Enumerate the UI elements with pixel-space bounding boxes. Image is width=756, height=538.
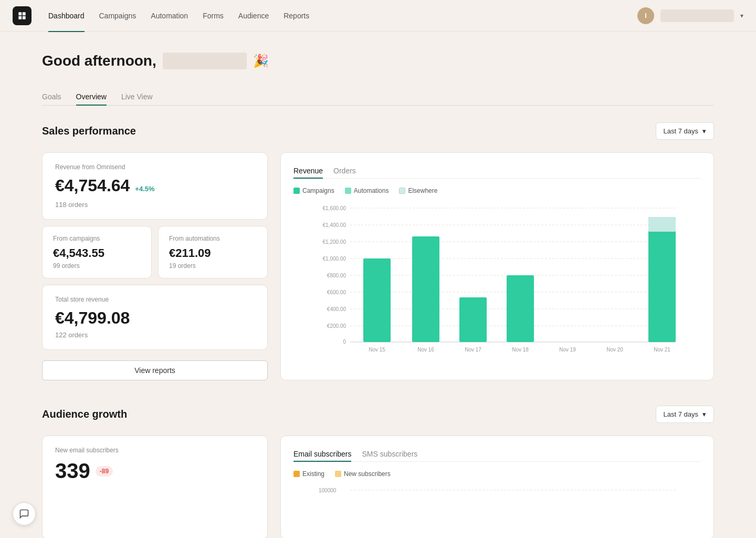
svg-text:€600.00: €600.00 — [327, 289, 346, 295]
tab-overview[interactable]: Overview — [76, 88, 107, 105]
nav-campaigns[interactable]: Campaigns — [99, 9, 136, 22]
chart-tab-orders[interactable]: Orders — [333, 163, 356, 178]
chevron-down-icon: ▾ — [702, 410, 706, 418]
existing-legend-dot — [293, 471, 300, 477]
audience-period-dropdown[interactable]: Last 7 days ▾ — [656, 406, 715, 423]
campaigns-value: €4,543.55 — [53, 246, 141, 260]
legend-new-subscribers: New subscribers — [335, 470, 391, 478]
svg-text:€1,600.00: €1,600.00 — [323, 205, 346, 211]
subscriber-change-badge: -89 — [96, 466, 113, 477]
svg-text:€200.00: €200.00 — [327, 323, 346, 329]
view-reports-button[interactable]: View reports — [42, 360, 268, 380]
nav-forms[interactable]: Forms — [203, 9, 224, 22]
elsewhere-legend-label: Elsewhere — [408, 187, 437, 194]
store-revenue-card: Total store revenue €4,799.08 122 orders — [42, 285, 268, 350]
store-value: €4,799.08 — [55, 308, 255, 328]
chevron-down-icon[interactable]: ▾ — [740, 12, 743, 19]
revenue-change: +4.5% — [135, 185, 154, 193]
audience-chart-svg: 100000 — [293, 486, 701, 528]
automations-card: From automations €211.09 19 orders — [158, 226, 268, 278]
legend-existing: Existing — [293, 470, 324, 478]
bar-nov21 — [648, 217, 676, 342]
svg-text:€800.00: €800.00 — [327, 273, 346, 278]
legend-campaigns: Campaigns — [293, 187, 334, 194]
automations-legend-dot — [345, 188, 351, 194]
revenue-card-label: Revenue from Omnisend — [55, 163, 255, 171]
user-name-placeholder — [660, 9, 734, 22]
revenue-chart-panel: Revenue Orders Campaigns Automations Els… — [280, 152, 714, 380]
main-content: Good afternoon, 🎉 Goals Overview Live Vi… — [0, 32, 756, 538]
chart-tab-sms-subscribers[interactable]: SMS subscribers — [362, 447, 417, 461]
greeting: Good afternoon, 🎉 — [42, 53, 714, 69]
nav-dashboard[interactable]: Dashboard — [48, 9, 85, 22]
chart-legend: Campaigns Automations Elsewhere — [293, 187, 701, 194]
logo[interactable] — [13, 6, 32, 25]
nav-items: Dashboard Campaigns Automation Forms Aud… — [48, 9, 309, 22]
audience-chart-tabs: Email subscribers SMS subscribers — [293, 447, 701, 462]
greeting-emoji: 🎉 — [253, 54, 269, 68]
svg-text:€1,200.00: €1,200.00 — [323, 239, 346, 245]
revenue-card: Revenue from Omnisend €4,754.64 +4.5% 11… — [42, 152, 268, 220]
bar-nov18 — [507, 275, 534, 342]
mini-cards: From campaigns €4,543.55 99 orders From … — [42, 226, 268, 278]
audience-chart-area: 100000 — [293, 486, 701, 528]
chart-tab-email-subscribers[interactable]: Email subscribers — [293, 447, 351, 461]
bar-nov17 — [459, 297, 487, 342]
store-label: Total store revenue — [55, 296, 255, 303]
navbar-right: I ▾ — [637, 7, 743, 24]
subscriber-label: New email subscribers — [55, 447, 255, 454]
subscriber-value-row: 339 -89 — [55, 459, 255, 483]
automations-label: From automations — [169, 235, 257, 242]
nav-reports[interactable]: Reports — [284, 9, 309, 22]
new-subscribers-legend-label: New subscribers — [344, 470, 391, 478]
greeting-text: Good afternoon, — [42, 53, 156, 69]
bar-chart: €1,600.00 €1,400.00 €1,200.00 €1,000.00 … — [293, 203, 701, 360]
svg-text:Nov 21: Nov 21 — [654, 347, 670, 353]
tab-live-view[interactable]: Live View — [121, 88, 153, 105]
automations-value: €211.09 — [169, 246, 257, 260]
svg-text:€1,000.00: €1,000.00 — [323, 256, 346, 262]
subscriber-card: New email subscribers 339 -89 — [42, 436, 268, 538]
svg-text:100000: 100000 — [319, 488, 337, 493]
elsewhere-legend-dot — [399, 188, 405, 194]
chart-tab-revenue[interactable]: Revenue — [293, 163, 323, 178]
store-orders: 122 orders — [55, 331, 255, 339]
legend-automations: Automations — [345, 187, 389, 194]
audience-chart-panel: Email subscribers SMS subscribers Existi… — [280, 436, 714, 538]
audience-grid: New email subscribers 339 -89 Email subs… — [42, 436, 714, 538]
chat-icon — [19, 509, 29, 519]
revenue-value: €4,754.64 — [55, 176, 130, 195]
stats-cards: Revenue from Omnisend €4,754.64 +4.5% 11… — [42, 152, 268, 380]
bar-nov15 — [363, 258, 391, 342]
sales-performance-header: Sales performance Last 7 days ▾ — [42, 122, 714, 140]
campaigns-legend-dot — [293, 188, 300, 194]
legend-elsewhere: Elsewhere — [399, 187, 437, 194]
sales-period-dropdown[interactable]: Last 7 days ▾ — [656, 122, 715, 140]
svg-text:Nov 17: Nov 17 — [465, 347, 481, 353]
user-avatar[interactable]: I — [637, 7, 654, 24]
nav-automation[interactable]: Automation — [151, 9, 188, 22]
navbar: Dashboard Campaigns Automation Forms Aud… — [0, 0, 756, 32]
svg-text:Nov 20: Nov 20 — [606, 347, 623, 353]
bar-nov16 — [412, 236, 439, 342]
page-tabs: Goals Overview Live View — [42, 88, 714, 106]
audience-growth-section: Audience growth Last 7 days ▾ New email … — [42, 406, 714, 538]
tab-goals[interactable]: Goals — [42, 88, 61, 105]
svg-text:0: 0 — [343, 339, 346, 345]
nav-audience[interactable]: Audience — [238, 9, 269, 22]
sales-period-label: Last 7 days — [664, 127, 699, 135]
bar-chart-wrap: €1,600.00 €1,400.00 €1,200.00 €1,000.00 … — [293, 203, 701, 360]
audience-growth-title: Audience growth — [42, 408, 127, 420]
campaigns-orders: 99 orders — [53, 262, 141, 270]
campaigns-legend-label: Campaigns — [302, 187, 334, 194]
sales-performance-title: Sales performance — [42, 125, 136, 137]
new-subscribers-legend-dot — [335, 471, 341, 477]
campaigns-card: From campaigns €4,543.55 99 orders — [42, 226, 152, 278]
chart-tabs: Revenue Orders — [293, 163, 701, 179]
audience-period-label: Last 7 days — [664, 410, 699, 418]
svg-text:€1,400.00: €1,400.00 — [323, 222, 346, 228]
existing-legend-label: Existing — [302, 470, 324, 478]
chat-widget[interactable] — [13, 502, 36, 525]
automations-orders: 19 orders — [169, 262, 257, 270]
subscriber-count: 339 — [55, 459, 90, 483]
